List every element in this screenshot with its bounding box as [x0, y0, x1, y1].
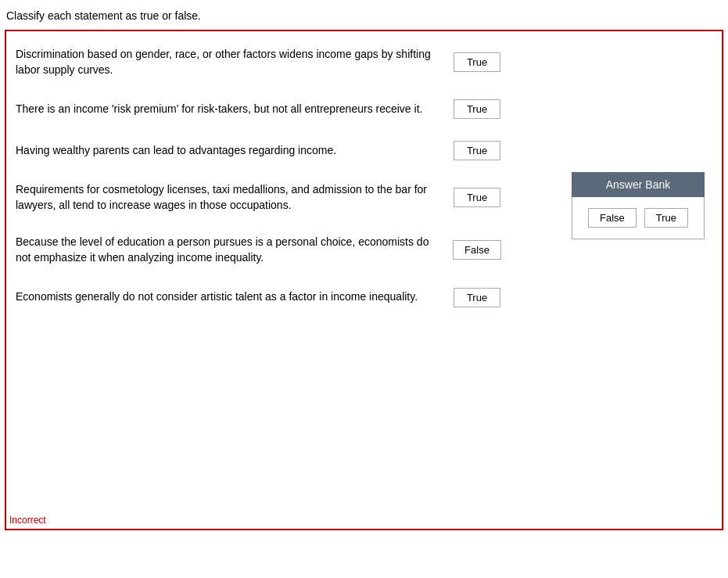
question-row-2: There is an income 'risk premium' for ri…	[16, 92, 712, 127]
answer-slot-2: True	[446, 99, 508, 119]
question-text-2: There is an income 'risk premium' for ri…	[16, 102, 438, 117]
answer-chip-1[interactable]: True	[454, 52, 500, 72]
question-row-3: Having wealthy parents can lead to advan…	[16, 133, 712, 168]
question-row-4: Requirements for cosmetology licenses, t…	[16, 174, 712, 221]
question-row-6: Economists generally do not consider art…	[16, 280, 712, 315]
question-row-5: Because the level of education a person …	[16, 227, 712, 273]
quiz-area: Discrimination based on gender, race, or…	[5, 30, 723, 530]
question-text-3: Having wealthy parents can lead to advan…	[16, 143, 438, 159]
question-text-1: Discrimination based on gender, race, or…	[16, 47, 438, 77]
answer-slot-3: True	[446, 141, 508, 160]
page-container: Classify each statement as true or false…	[0, 0, 728, 578]
question-text-5: Because the level of education a person …	[16, 235, 438, 265]
answer-chip-2[interactable]: True	[454, 99, 500, 119]
question-text-6: Economists generally do not consider art…	[16, 289, 438, 305]
question-text-4: Requirements for cosmetology licenses, t…	[16, 182, 438, 213]
answer-slot-4: True	[446, 188, 508, 207]
instruction-text: Classify each statement as true or false…	[0, 0, 728, 30]
status-bar: Incorrect	[9, 513, 46, 526]
question-row-1: Discrimination based on gender, race, or…	[16, 39, 712, 85]
answer-slot-6: True	[446, 288, 508, 307]
answer-chip-5[interactable]: False	[453, 240, 501, 260]
answer-chip-3[interactable]: True	[454, 141, 500, 160]
answer-slot-1: True	[446, 52, 508, 72]
answer-chip-4[interactable]: True	[454, 188, 500, 207]
incorrect-label: Incorrect	[9, 515, 46, 526]
answer-slot-5: False	[446, 240, 508, 260]
answer-chip-6[interactable]: True	[454, 288, 500, 307]
